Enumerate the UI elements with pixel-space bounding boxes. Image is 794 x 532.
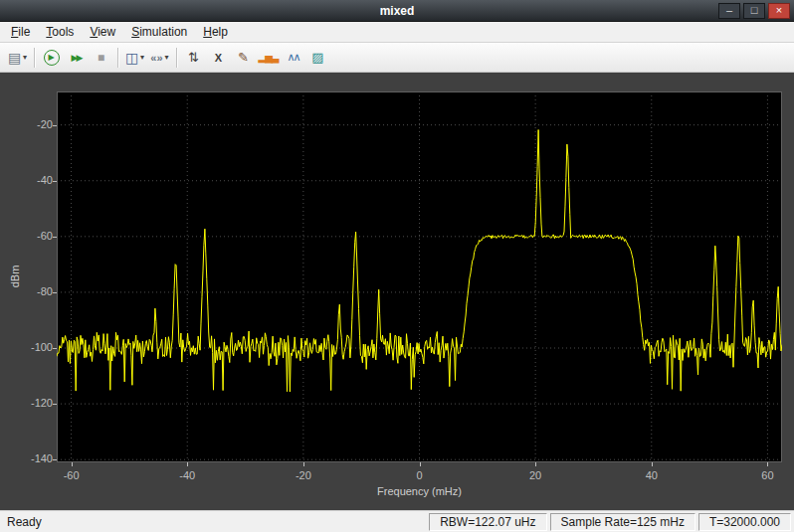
window-title: mixed bbox=[0, 4, 794, 18]
run-icon: ▶ bbox=[44, 50, 60, 66]
x-tick-label: 40 bbox=[634, 469, 670, 481]
x-tick-label: 60 bbox=[749, 469, 785, 481]
y-tick-mark bbox=[53, 237, 57, 238]
menu-view[interactable]: View bbox=[82, 22, 123, 42]
histogram-button[interactable]: ▂▅▃ bbox=[257, 46, 280, 70]
chevron-down-icon: ▾ bbox=[140, 53, 144, 62]
window-controls: – □ × bbox=[718, 3, 794, 19]
x-axis-label: Frequency (mHz) bbox=[57, 485, 782, 497]
x-tick-label: -20 bbox=[286, 469, 321, 481]
measurements-icon: ✎ bbox=[238, 50, 249, 65]
maximize-button[interactable]: □ bbox=[743, 3, 765, 19]
x-tick-label: 20 bbox=[517, 469, 553, 481]
y-tick-label: -40 bbox=[19, 174, 53, 186]
chevron-down-icon: ▾ bbox=[165, 53, 169, 62]
y-tick-label: -100 bbox=[19, 341, 53, 353]
chevron-down-icon: ▾ bbox=[23, 53, 27, 62]
spectrum-plot[interactable] bbox=[57, 91, 782, 462]
scope-settings-button[interactable]: ▤ ▾ bbox=[6, 46, 29, 70]
y-tick-mark bbox=[53, 292, 57, 293]
statusbar: Ready RBW=122.07 uHz Sample Rate=125 mHz… bbox=[0, 510, 794, 532]
scope-settings-icon: ▤ bbox=[8, 50, 21, 66]
spectrogram-button[interactable]: ▨ bbox=[306, 46, 329, 70]
signal-selector-button[interactable]: «» ▾ bbox=[148, 46, 171, 70]
autoscale-x-button[interactable]: X bbox=[207, 46, 230, 70]
toolbar-separator bbox=[176, 48, 177, 68]
menubar: File Tools View Simulation Help bbox=[0, 22, 794, 43]
status-time: T=32000.000 bbox=[698, 513, 791, 531]
y-tick-label: -60 bbox=[19, 230, 53, 242]
scope-window: mixed – □ × File Tools View Simulation H… bbox=[0, 0, 794, 532]
step-forward-button[interactable]: ▶▶ bbox=[65, 46, 88, 70]
menu-tools[interactable]: Tools bbox=[38, 22, 82, 42]
maximize-icon: □ bbox=[751, 4, 758, 16]
close-button[interactable]: × bbox=[768, 3, 790, 19]
y-tick-label: -80 bbox=[19, 285, 53, 297]
x-tick-mark bbox=[72, 462, 73, 466]
y-tick-mark bbox=[53, 125, 57, 126]
status-sample-rate: Sample Rate=125 mHz bbox=[550, 513, 695, 531]
titlebar[interactable]: mixed – □ × bbox=[0, 0, 794, 22]
stop-button[interactable]: ■ bbox=[90, 46, 112, 70]
histogram-icon: ▂▅▃ bbox=[258, 52, 278, 63]
stop-icon: ■ bbox=[98, 51, 104, 65]
y-tick-mark bbox=[53, 348, 57, 349]
x-tick-mark bbox=[187, 462, 188, 466]
status-ready: Ready bbox=[0, 515, 429, 529]
toolbar-separator bbox=[34, 48, 35, 68]
close-icon: × bbox=[776, 4, 782, 16]
x-tick-mark bbox=[652, 462, 653, 466]
x-tick-mark bbox=[303, 462, 304, 466]
peak-finder-button[interactable]: ∧∧ bbox=[282, 46, 304, 70]
status-rbw: RBW=122.07 uHz bbox=[429, 513, 546, 531]
plot-region: dBm Frequency (mHz) -60-40-200204060-20-… bbox=[0, 73, 794, 510]
x-tick-label: -60 bbox=[54, 469, 90, 481]
minimize-icon: – bbox=[726, 4, 732, 16]
y-tick-label: -20 bbox=[19, 118, 53, 130]
toolbar: ▤ ▾ ▶ ▶▶ ■ ◫ ▾ «» ▾ ⇅ X ✎ bbox=[0, 43, 794, 73]
y-tick-mark bbox=[53, 459, 57, 460]
y-tick-mark bbox=[53, 404, 57, 405]
expand-axes-button[interactable]: ⇅ bbox=[182, 46, 205, 70]
toolbar-separator bbox=[117, 48, 118, 68]
measurements-button[interactable]: ✎ bbox=[232, 46, 255, 70]
open-model-button[interactable]: ◫ ▾ bbox=[123, 46, 146, 70]
x-tick-mark bbox=[420, 462, 421, 466]
x-tick-mark bbox=[767, 462, 768, 466]
x-tick-mark bbox=[535, 462, 536, 466]
menu-simulation[interactable]: Simulation bbox=[123, 22, 195, 42]
spectrum-trace-canvas bbox=[57, 91, 782, 462]
expand-axes-icon: ⇅ bbox=[188, 50, 199, 65]
x-tick-label: 0 bbox=[402, 469, 438, 481]
signal-selector-icon: «» bbox=[150, 52, 162, 64]
menu-file[interactable]: File bbox=[3, 22, 38, 42]
step-forward-icon: ▶▶ bbox=[72, 53, 82, 63]
minimize-button[interactable]: – bbox=[718, 3, 740, 19]
run-button[interactable]: ▶ bbox=[40, 46, 63, 70]
open-model-icon: ◫ bbox=[125, 50, 138, 66]
spectrogram-icon: ▨ bbox=[311, 50, 323, 65]
y-tick-mark bbox=[53, 181, 57, 182]
y-tick-label: -140 bbox=[19, 452, 53, 464]
x-tick-label: -40 bbox=[169, 469, 205, 481]
menu-help[interactable]: Help bbox=[195, 22, 236, 42]
y-tick-label: -120 bbox=[19, 397, 53, 409]
peak-finder-icon: ∧∧ bbox=[287, 51, 298, 64]
autoscale-x-icon: X bbox=[215, 52, 222, 64]
